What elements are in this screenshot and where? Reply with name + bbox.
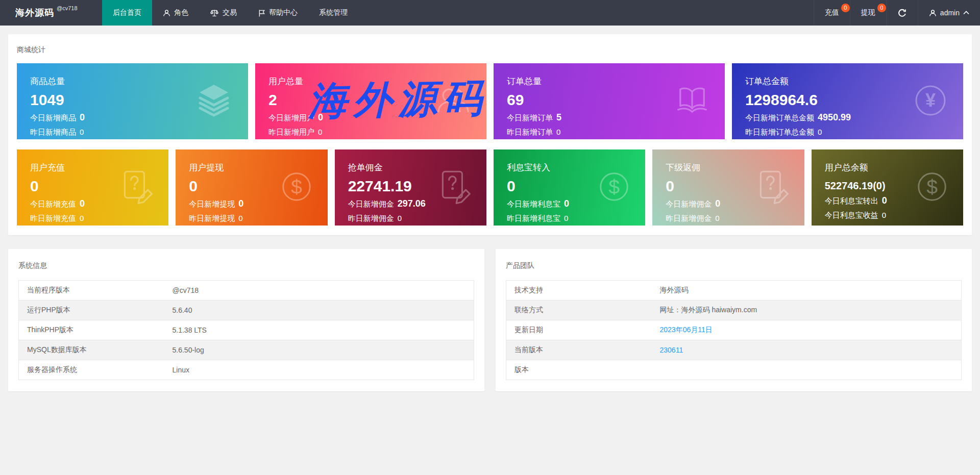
stat-sub-value: 0 [564, 214, 568, 222]
stat-sub-label: 今日新增商品 [30, 113, 76, 123]
stat-sub-value: 0 [556, 128, 560, 136]
product-team-title: 产品团队 [506, 261, 962, 270]
stat-sub-value: 0 [318, 128, 322, 136]
svg-text:$: $ [291, 176, 302, 197]
nav-item-help-center[interactable]: 帮助中心 [248, 0, 308, 26]
chevron-up-icon [963, 11, 969, 15]
stat-sub-label: 昨日新增订单 [507, 128, 553, 137]
table-row: 技术支持海外源码 [506, 281, 962, 301]
stat-sub-label: 今日新增订单 [507, 113, 553, 123]
recharge-button[interactable]: 充值 0 [814, 0, 850, 26]
stat-sub-label: 今日新增佣金 [666, 199, 712, 209]
current-version-link[interactable]: 230611 [660, 346, 683, 354]
flag-icon [258, 9, 265, 17]
stat-sub-value: 0 [238, 214, 242, 222]
stat-sub-value: 0 [882, 195, 887, 206]
admin-menu[interactable]: admin [918, 0, 980, 26]
table-row: 当前程序版本@cv718 [19, 281, 474, 301]
stat-sub-value: 0 [882, 211, 886, 219]
stat-sub-value: 0 [818, 128, 822, 136]
row-value: 网址：海外源码 haiwaiym.com [652, 301, 962, 320]
system-info-title: 系统信息 [18, 261, 474, 270]
row-label: 服务器操作系统 [19, 360, 164, 380]
stat-sub-label: 今日新增佣金 [348, 199, 394, 209]
yen-circle-icon: ¥ [911, 81, 950, 122]
stat-sub-value: 0 [80, 198, 85, 209]
product-team-table: 技术支持海外源码 联络方式网址：海外源码 haiwaiym.com 更新日期20… [506, 280, 962, 380]
stat-sub-label: 昨日新增充值 [30, 214, 76, 223]
table-row: MySQL数据库版本5.6.50-log [19, 340, 474, 360]
stat-sub-value: 0 [238, 198, 243, 209]
stat-sub-value: 4950.99 [818, 112, 851, 123]
system-info-panel: 系统信息 当前程序版本@cv718 运行PHP版本5.6.40 ThinkPHP… [8, 249, 484, 391]
stat-sub-value: 0 [80, 214, 84, 222]
stats-cards-row1: 商品总量 1049 今日新增商品0 昨日新增商品0 用户总量 2 今日新增用户0… [17, 63, 963, 139]
row-label: 运行PHP版本 [19, 301, 164, 320]
admin-username: admin [940, 9, 960, 17]
stat-card-order-commission: 抢单佣金 22741.19 今日新增佣金297.06 昨日新增佣金0 [335, 149, 486, 226]
nav-item-label: 交易 [223, 8, 237, 17]
row-value: 海外源码 [652, 281, 962, 301]
recharge-label: 充值 [825, 8, 839, 17]
dollar-circle-icon: $ [914, 169, 950, 207]
nav-item-roles[interactable]: 角色 [152, 0, 199, 26]
brand-version: @cv718 [57, 5, 78, 11]
stat-sub-label: 昨日新增佣金 [348, 214, 394, 223]
row-label: 更新日期 [506, 320, 652, 340]
stats-panel-title: 商城统计 [17, 45, 963, 55]
nav-item-label: 帮助中心 [269, 8, 298, 17]
stat-card-user-recharge: 用户充值 0 今日新增充值0 昨日新增充值0 [17, 149, 168, 226]
withdraw-button[interactable]: 提现 0 [850, 0, 886, 26]
stat-sub-value: 0 [80, 112, 85, 123]
main-menu: 后台首页 角色 交易 帮助中心 系统管理 [102, 0, 358, 26]
stat-sub-label: 昨日新增用户 [268, 128, 314, 137]
stat-sub-label: 今日新增充值 [30, 199, 76, 209]
stat-sub-value: 0 [80, 128, 84, 136]
update-date-link[interactable]: 2023年06月11日 [660, 326, 713, 334]
doc-question-pencil-icon [118, 168, 155, 207]
shop-stats-panel: 商城统计 海外源码 商品总量 1049 今日新增商品0 昨日新增商品0 用户总量… [8, 34, 972, 235]
stat-sub-label: 今日利息宝转出 [825, 196, 878, 206]
nav-item-label: 后台首页 [113, 8, 141, 17]
stat-card-user-withdraw: 用户提现 0 今日新增提现0 昨日新增提现0 $ [176, 149, 327, 226]
row-value: Linux [164, 360, 474, 380]
open-book-icon [673, 81, 712, 122]
dollar-circle-icon: $ [596, 169, 632, 207]
nav-item-label: 系统管理 [319, 8, 348, 17]
brand-name: 海外源码 [15, 7, 54, 19]
navbar-right: 充值 0 提现 0 admin [814, 0, 980, 26]
doc-question-pencil-icon [436, 168, 473, 207]
stat-card-users: 用户总量 2 今日新增用户0 昨日新增用户0 [255, 63, 486, 139]
user-icon [929, 9, 937, 17]
stat-card-user-balance: 用户总余额 522746.19(0) 今日利息宝转出0 今日利息宝收益0 $ [812, 149, 963, 226]
row-label: 当前版本 [506, 340, 652, 360]
product-team-panel: 产品团队 技术支持海外源码 联络方式网址：海外源码 haiwaiym.com 更… [496, 249, 972, 391]
table-row: 运行PHP版本5.6.40 [19, 301, 474, 320]
recharge-badge: 0 [841, 4, 850, 12]
nav-item-trade[interactable]: 交易 [199, 0, 248, 26]
stat-sub-label: 今日新增用户 [268, 113, 314, 123]
nav-item-home[interactable]: 后台首页 [102, 0, 152, 26]
stat-sub-label: 昨日新增利息宝 [507, 214, 560, 223]
brand-logo[interactable]: 海外源码 @cv718 [0, 0, 102, 26]
withdraw-badge: 0 [877, 4, 886, 12]
stat-sub-label: 今日新增利息宝 [507, 199, 560, 209]
withdraw-label: 提现 [861, 8, 875, 17]
nav-item-system[interactable]: 系统管理 [308, 0, 358, 26]
row-label: 版本 [506, 360, 652, 380]
system-info-table: 当前程序版本@cv718 运行PHP版本5.6.40 ThinkPHP版本5.1… [18, 280, 474, 380]
row-label: MySQL数据库版本 [19, 340, 164, 360]
stat-sub-label: 昨日新增订单总金额 [745, 128, 814, 137]
table-row: ThinkPHP版本5.1.38 LTS [19, 320, 474, 340]
table-row: 当前版本230611 [506, 340, 962, 360]
stat-sub-value: 0 [715, 198, 720, 209]
stat-sub-value: 297.06 [398, 198, 426, 209]
stat-sub-value: 0 [318, 112, 323, 123]
stat-sub-label: 昨日新增佣金 [666, 214, 712, 223]
refresh-icon [897, 8, 907, 18]
table-row: 联络方式网址：海外源码 haiwaiym.com [506, 301, 962, 320]
row-label: ThinkPHP版本 [19, 320, 164, 340]
table-row: 更新日期2023年06月11日 [506, 320, 962, 340]
refresh-button[interactable] [886, 0, 918, 26]
table-row: 版本 [506, 360, 962, 380]
